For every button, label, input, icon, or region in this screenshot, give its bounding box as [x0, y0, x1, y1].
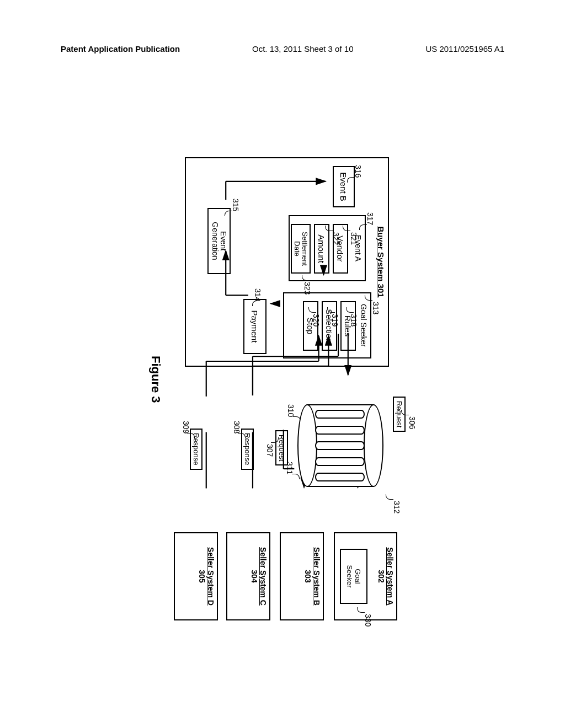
seller-d-title: Seller System D [206, 533, 215, 619]
ref-310: 310 [286, 404, 295, 417]
figure-label: Figure 3 [148, 356, 163, 403]
seller-d-box: Seller System D 305 [174, 532, 218, 620]
ref-330: 330 [364, 614, 372, 627]
ref-323: 323 [303, 282, 312, 295]
seller-a-box: Seller System A 302 Goal Seeker [334, 532, 397, 620]
event-b-box: Event B [333, 166, 355, 207]
seller-a-title: Seller System A [386, 533, 395, 619]
event-b-label: Event B [339, 172, 349, 201]
ref-307: 307 [265, 444, 274, 457]
ref-316: 316 [354, 165, 363, 178]
goal-seeker-box: Goal Seeker Rules Selection Stop [283, 292, 371, 358]
ref-309: 309 [182, 421, 190, 433]
request-306-label: Request [395, 401, 403, 427]
event-generation-label: Event Generation [211, 222, 228, 260]
goal-seeker-label: Goal Seeker [359, 293, 368, 357]
header-right: US 2011/0251965 A1 [425, 44, 504, 53]
seller-b-box: Seller System B 303 [280, 532, 324, 620]
ref-320: 320 [312, 314, 321, 326]
ref-311: 311 [285, 462, 294, 474]
event-generation-box: Event Generation [207, 208, 231, 274]
buyer-system-box: Buyer System 301 Event B Event A Vendor … [185, 157, 389, 367]
payment-box: Payment [243, 299, 266, 354]
ref-314: 314 [253, 288, 262, 301]
header-center: Oct. 13, 2011 Sheet 3 of 10 [252, 44, 353, 53]
ref-321: 321 [349, 232, 358, 245]
payment-label: Payment [250, 310, 260, 342]
ref-313: 313 [371, 302, 380, 314]
event-a-box: Event A Vendor Amount Settlement Date [289, 215, 366, 281]
header-left: Patent Application Publication [61, 44, 180, 53]
seller-c-title: Seller System C [259, 533, 268, 619]
network-node [301, 404, 383, 487]
page-header: Patent Application Publication Oct. 13, … [0, 44, 565, 53]
seller-c-num: 304 [250, 533, 259, 619]
ref-306: 306 [408, 416, 417, 429]
figure-3-diagram: Buyer System 301 Event B Event A Vendor … [25, 146, 549, 576]
seller-c-box: Seller System C 304 [226, 532, 270, 620]
request-307-label: Request [278, 435, 286, 461]
seller-a-goal-seeker-label: Goal Seeker [345, 565, 362, 587]
seller-a-num: 302 [377, 533, 386, 619]
ref-317: 317 [366, 212, 375, 225]
ref-322: 322 [332, 232, 340, 245]
ref-308: 308 [232, 421, 241, 433]
seller-b-title: Seller System B [312, 533, 321, 619]
seller-b-num: 303 [303, 533, 312, 619]
vendor-box: Vendor [333, 224, 348, 274]
request-307-box: Request [275, 430, 288, 465]
ref-319: 319 [331, 314, 339, 326]
amount-box: Amount [314, 224, 329, 274]
seller-a-goal-seeker-box: Goal Seeker [340, 549, 367, 604]
buyer-title: Buyer System 301 [376, 158, 386, 366]
amount-label: Amount [317, 234, 327, 263]
ref-312: 312 [392, 501, 401, 513]
ref-315: 315 [231, 199, 240, 211]
ref-318: 318 [349, 314, 358, 326]
seller-d-num: 305 [198, 533, 206, 619]
settlement-date-box: Settlement Date [291, 224, 311, 274]
settlement-label: Settlement Date [293, 232, 308, 266]
